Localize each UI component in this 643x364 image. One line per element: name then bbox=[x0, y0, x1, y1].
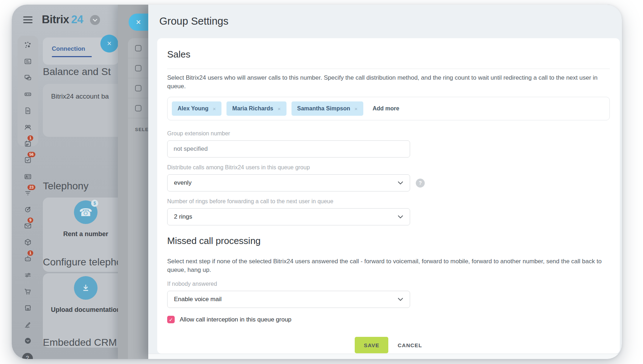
account-balance-text: Bitrix24 account ba bbox=[51, 93, 109, 100]
upload-docs-label: Upload documentation bbox=[43, 306, 129, 314]
settings-card: Sales Select Bitrix24 users who will ans… bbox=[157, 38, 620, 354]
members-input[interactable]: Alex Young × Maria Richards × Samantha S… bbox=[167, 97, 610, 120]
rings-value: 2 rings bbox=[174, 213, 192, 220]
divider bbox=[167, 69, 610, 69]
cancel-button[interactable]: CANCEL bbox=[398, 342, 422, 348]
rings-label: Number of rings before forwarding a call… bbox=[167, 198, 610, 205]
chevron-down-icon bbox=[398, 215, 403, 219]
list-row bbox=[128, 98, 148, 118]
upload-docs-tile[interactable]: Upload documentation bbox=[43, 273, 123, 348]
add-more-link[interactable]: Add more bbox=[373, 105, 399, 112]
page-title: Group Settings bbox=[159, 15, 228, 27]
telephony-heading: Telephony bbox=[43, 180, 89, 192]
missed-call-heading: Missed call processing bbox=[167, 235, 610, 246]
interception-label: Allow call interception in this queue gr… bbox=[180, 316, 291, 323]
rent-number-label: Rent a number bbox=[43, 230, 129, 238]
member-chip: Maria Richards × bbox=[226, 101, 286, 116]
account-balance-card: Bitrix24 account ba bbox=[43, 84, 123, 137]
list-row bbox=[128, 38, 148, 58]
row-checkbox[interactable] bbox=[135, 105, 141, 111]
member-name: Alex Young bbox=[178, 105, 209, 112]
nobody-answered-label: If nobody answered bbox=[167, 281, 610, 287]
phone-dollar-icon: ☎ $ bbox=[74, 200, 98, 224]
page: Bitrix24 bbox=[0, 0, 643, 364]
remove-member-icon[interactable]: × bbox=[354, 106, 358, 112]
distribution-label: Distribute calls among Bitrix24 users in… bbox=[167, 164, 610, 171]
remove-member-icon[interactable]: × bbox=[213, 106, 216, 112]
nobody-answered-value: Enable voice mail bbox=[174, 296, 221, 303]
missed-call-description: Select next step if none of the selected… bbox=[167, 257, 610, 274]
extension-label: Group extension number bbox=[167, 130, 610, 137]
interception-checkbox[interactable]: ✓ bbox=[167, 316, 175, 323]
select-button[interactable]: SELE bbox=[135, 127, 149, 132]
group-name-heading: Sales bbox=[167, 49, 610, 60]
tab-close-icon[interactable]: × bbox=[100, 35, 118, 53]
distribution-value: evenly bbox=[174, 179, 191, 186]
balance-heading: Balance and St bbox=[43, 66, 111, 78]
member-chip: Alex Young × bbox=[172, 101, 221, 116]
dollar-coin-icon: $ bbox=[91, 200, 98, 207]
footer-buttons: SAVE CANCEL bbox=[167, 337, 610, 353]
member-chip: Samantha Simpson × bbox=[291, 101, 363, 116]
interception-row: ✓ Allow call interception in this queue … bbox=[167, 316, 610, 323]
upload-document-icon bbox=[74, 276, 98, 300]
list-slider-strip: × SELE bbox=[118, 5, 148, 359]
row-checkbox[interactable] bbox=[135, 85, 141, 91]
list-row bbox=[128, 58, 148, 78]
queue-description: Select Bitrix24 users who will answer ca… bbox=[167, 74, 610, 91]
panel-footer bbox=[148, 354, 622, 359]
chevron-down-icon bbox=[398, 298, 403, 301]
member-name: Samantha Simpson bbox=[297, 105, 350, 112]
slider-close-icon[interactable]: × bbox=[129, 14, 148, 31]
row-checkbox[interactable] bbox=[135, 65, 141, 71]
help-icon[interactable]: ? bbox=[416, 179, 425, 188]
group-settings-panel: Group Settings Sales Select Bitrix24 use… bbox=[148, 5, 622, 359]
nobody-answered-select[interactable]: Enable voice mail bbox=[167, 291, 410, 308]
row-checkbox[interactable] bbox=[135, 45, 141, 51]
tab-connection[interactable]: Connection bbox=[52, 45, 85, 53]
rings-select[interactable]: 2 rings bbox=[167, 208, 410, 225]
tab-active-underline bbox=[52, 56, 92, 57]
list-row bbox=[128, 78, 148, 98]
save-button[interactable]: SAVE bbox=[355, 337, 388, 353]
chevron-down-icon bbox=[398, 181, 403, 185]
distribution-select[interactable]: evenly bbox=[167, 174, 410, 191]
member-name: Maria Richards bbox=[232, 105, 273, 112]
extension-input[interactable] bbox=[167, 140, 410, 158]
remove-member-icon[interactable]: × bbox=[278, 106, 281, 112]
app-window: Bitrix24 bbox=[12, 5, 622, 359]
list-panel-edge: SELE bbox=[128, 38, 148, 359]
